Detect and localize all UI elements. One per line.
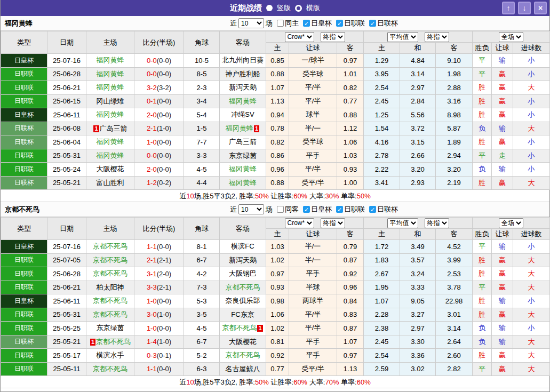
average-source-select[interactable]: 平均值 xyxy=(387,32,418,42)
handicap-line: 半/一 xyxy=(289,122,337,135)
match-row: 日职联25-06-21柏太阳神3-3(2-1)7-3京都不死鸟0.93半球0.9… xyxy=(1,281,550,294)
match-row: 日职联25-05-31福冈黄蜂0-0(0-0)3-3东京绿茵0.86平手1.03… xyxy=(1,149,550,163)
avg-away-odds: 3.78 xyxy=(436,281,473,294)
home-team-link[interactable]: 1广岛三箭 xyxy=(86,122,134,135)
league-cup-checkbox[interactable]: ✓ xyxy=(369,20,376,27)
same-venue-checkbox[interactable] xyxy=(277,20,284,27)
page-title: 近期战绩 xyxy=(230,3,262,13)
odds-time-select[interactable]: 终指 xyxy=(321,218,345,228)
away-team-link[interactable]: 福冈黄蜂1 xyxy=(220,122,266,135)
competition-badge: 日职联 xyxy=(1,163,47,177)
home-team-link[interactable]: 京都不死鸟 xyxy=(86,362,134,376)
home-team-link[interactable]: 福冈黄蜂 xyxy=(86,81,134,95)
avg-away-odds: 3.01 xyxy=(436,308,473,322)
home-team-link[interactable]: 冈山绿雉 xyxy=(86,94,134,108)
j-league-checkbox[interactable]: ✓ xyxy=(336,206,343,213)
handicap-result-mark: 赢 xyxy=(492,135,513,149)
match-date: 25-06-11 xyxy=(47,294,86,308)
home-team-link[interactable]: 大阪樱花 xyxy=(86,163,134,177)
away-team-link[interactable]: 福冈黄蜂 xyxy=(220,163,266,177)
home-team-link[interactable]: 柏太阳神 xyxy=(86,281,134,294)
home-team-link[interactable]: 富山胜利 xyxy=(86,176,134,190)
scope-select[interactable]: 全场 xyxy=(499,32,523,42)
home-team-link[interactable]: 福冈黄蜂 xyxy=(86,149,134,163)
away-team-link[interactable]: 大阪樱花 xyxy=(220,335,266,349)
recent-count-select[interactable]: 10 xyxy=(238,18,264,28)
avg-away-odds: 8.98 xyxy=(436,108,473,122)
odds-group-header: Crow* 终指 xyxy=(266,31,364,43)
recent-count-select[interactable]: 10 xyxy=(238,204,264,214)
home-team-link[interactable]: 福冈黄蜂 xyxy=(86,108,134,122)
home-team-link[interactable]: 福冈黄蜂 xyxy=(86,67,134,81)
corner-cell: 7-7 xyxy=(184,135,220,149)
away-team-link[interactable]: 大阪钢巴 xyxy=(220,267,266,281)
away-team-link[interactable]: 新泻天鹅 xyxy=(220,81,266,95)
away-team-link[interactable]: 新泻天鹅 xyxy=(220,253,266,267)
move-down-button[interactable]: ↓ xyxy=(518,2,531,14)
avg-away-odds: 2.82 xyxy=(436,362,473,376)
odds-time-select[interactable]: 终指 xyxy=(321,32,345,42)
home-team-link[interactable]: 横滨水手 xyxy=(86,349,134,363)
average-time-select[interactable]: 终指 xyxy=(425,218,449,228)
col-score: 比分(半场) xyxy=(134,31,184,54)
j-league-checkbox[interactable]: ✓ xyxy=(336,20,343,27)
corner-cell: 6-7 xyxy=(184,335,220,349)
away-team-link[interactable]: FC东京 xyxy=(220,308,266,322)
home-odds: 1.07 xyxy=(266,81,289,95)
away-team-link[interactable]: 横滨FC xyxy=(220,240,266,254)
summary-segment: 50% xyxy=(357,192,371,200)
home-team-link[interactable]: 福冈黄蜂 xyxy=(86,135,134,149)
handicap-result-mark: 输 xyxy=(492,335,513,349)
horizontal-layout-radio[interactable] xyxy=(295,5,302,12)
goals-result-mark: 小 xyxy=(513,240,550,254)
away-team-link[interactable]: 奈良俱乐部 xyxy=(220,294,266,308)
summary-segment: 单率: xyxy=(339,378,356,386)
same-venue-checkbox[interactable] xyxy=(277,206,284,213)
away-team-link[interactable]: 北九州向日葵 xyxy=(220,54,266,68)
competition-badge: 日皇杯 xyxy=(1,240,47,254)
odds-source-select[interactable]: Crow* xyxy=(285,32,314,42)
col-avg-home: 主 xyxy=(364,43,400,54)
home-team-link[interactable]: 东京绿茵 xyxy=(86,322,134,335)
away-team-link[interactable]: 冲绳SV xyxy=(220,108,266,122)
summary-segment: 60% xyxy=(293,192,307,200)
away-team-link[interactable]: 京都不死鸟1 xyxy=(220,322,266,335)
scope-group-header: 全场 xyxy=(473,31,550,43)
close-button[interactable]: × xyxy=(534,2,547,14)
away-team-link[interactable]: 东京绿茵 xyxy=(220,149,266,163)
competition-badge: 日职联 xyxy=(1,149,47,163)
average-time-select[interactable]: 终指 xyxy=(425,32,449,42)
avg-draw-odds: 5.56 xyxy=(400,108,436,122)
match-row: 日职联25-05-24大阪樱花2-0(0-0)4-5福冈黄蜂0.96平/半0.9… xyxy=(1,163,550,177)
emperor-cup-checkbox[interactable]: ✓ xyxy=(303,20,310,27)
away-team-link[interactable]: 神户胜利船 xyxy=(220,67,266,81)
match-date: 25-06-21 xyxy=(47,81,86,95)
home-odds: 0.78 xyxy=(266,122,289,135)
away-team-link[interactable]: 京都不死鸟 xyxy=(220,349,266,363)
home-team-link[interactable]: 京都不死鸟 xyxy=(86,308,134,322)
move-up-button[interactable]: ↑ xyxy=(502,2,515,14)
away-team-link[interactable]: 广岛三箭 xyxy=(220,135,266,149)
home-team-link[interactable]: 京都不死鸟 xyxy=(86,294,134,308)
away-team-link[interactable]: 京都不死鸟 xyxy=(220,281,266,294)
home-team-link[interactable]: 京都不死鸟 xyxy=(86,253,134,267)
goals-result-mark: 小 xyxy=(513,294,550,308)
goals-result-mark: 小 xyxy=(513,135,550,149)
home-team-link[interactable]: 1京都不死鸟 xyxy=(86,335,134,349)
summary-segment: 近 xyxy=(179,378,186,386)
average-source-select[interactable]: 平均值 xyxy=(387,218,418,228)
odds-source-select[interactable]: Crow* xyxy=(285,218,314,228)
away-team-link[interactable]: 福冈黄蜂 xyxy=(220,176,266,190)
scope-select[interactable]: 全场 xyxy=(499,218,523,228)
home-team-link[interactable]: 京都不死鸟 xyxy=(86,267,134,281)
league-cup-label: 日联杯 xyxy=(377,19,398,28)
home-team-link[interactable]: 京都不死鸟 xyxy=(86,240,134,254)
vertical-layout-radio[interactable] xyxy=(266,5,273,11)
away-team-link[interactable]: 福冈黄蜂 xyxy=(220,94,266,108)
home-team-link[interactable]: 福冈黄蜂 xyxy=(86,54,134,68)
league-cup-checkbox[interactable]: ✓ xyxy=(369,206,376,213)
emperor-cup-checkbox[interactable]: ✓ xyxy=(303,206,310,213)
competition-badge: 日职联 xyxy=(1,322,47,335)
away-team-link[interactable]: 名古屋鲸八 xyxy=(220,362,266,376)
horizontal-layout-label: 横版 xyxy=(306,3,320,13)
